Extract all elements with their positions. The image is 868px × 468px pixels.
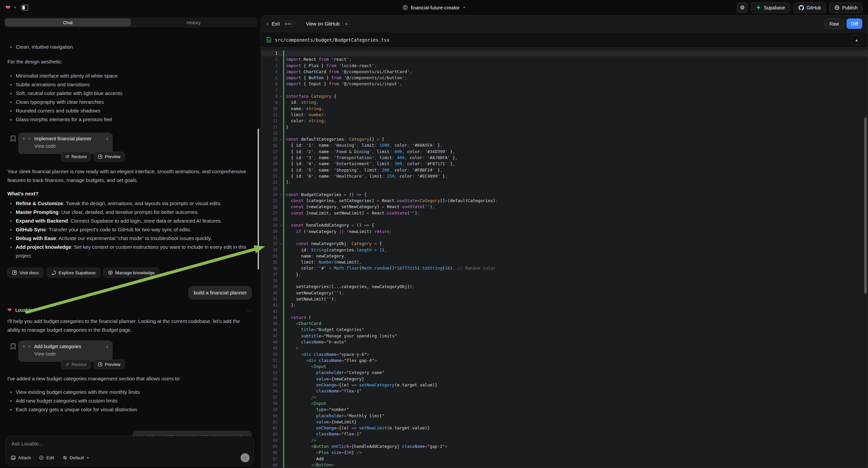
code-line: 46 title="Budget Categories" [261,327,868,333]
whats-next-heading: What's next? [7,191,252,196]
line-number: 67 [261,457,279,461]
file-path-bar[interactable]: src/components/budget/BudgetCategories.t… [261,32,868,48]
tab-history[interactable]: History [131,19,257,27]
code-line: 22]; [261,179,868,185]
list-item: View existing budget categories with the… [7,388,252,397]
restore-button[interactable]: ↺Restore [61,152,91,162]
diff-toggle-button[interactable]: Diff [846,19,862,29]
line-number: 27 [261,211,279,215]
code-line: 43 [261,308,868,314]
visit-docs-button[interactable]: Visit docs [7,268,43,277]
manage-knowledge-button[interactable]: Manage knowledge [103,268,159,277]
code-line: 64 /> [261,437,868,443]
tab-chat[interactable]: Chat [5,19,131,27]
chat-scrollbar-thumb[interactable] [258,128,259,270]
settings-button[interactable]: ⚙ [737,2,748,13]
project-selector[interactable]: financial-future-creator ▼ [402,0,466,15]
publish-button[interactable]: Publish [829,2,863,13]
code-line: 48 className="h-auto" [261,339,868,345]
collapse-file-button[interactable]: ▲ [851,35,862,45]
line-number: 17 [261,149,279,154]
line-number: 53 [261,371,279,375]
view-code-link[interactable]: View code [34,351,108,356]
line-number: 20 [261,168,279,173]
line-number: 12 [261,118,279,123]
line-number: 36 [261,266,279,271]
bullet-icon [10,101,12,103]
code-editor[interactable]: 12import React from 'react';3import { Pl… [261,48,868,468]
code-line: 17 { id: '2', name: 'Food & Dining', lim… [261,149,868,155]
version-card-wrap: < > Implement financial planner › View c… [7,133,252,154]
view-on-github-button[interactable]: View on GitHub [306,21,340,27]
line-number: 13 [261,125,279,129]
view-code-link[interactable]: View code [34,143,108,149]
bookmark-icon[interactable] [10,135,16,142]
chat-input[interactable] [11,441,248,452]
edit-mode-button[interactable]: Edit [39,455,54,460]
bullet-icon [10,84,12,86]
line-number: 22 [261,180,279,185]
line-number: 23 [261,186,279,191]
bookmark-icon[interactable] [10,343,16,350]
list-item: Rounded corners and subtle shadows [7,107,252,115]
line-number: 4 [261,69,279,74]
sidebar-toggle-button[interactable] [20,2,30,13]
code-line: 45 <ChartCard [261,321,868,327]
line-number: 59 [261,407,279,412]
code-line: 14 [261,130,868,136]
line-number: 63 [261,432,279,437]
code-line: 57 /> [261,394,868,401]
send-button[interactable]: ↑ [241,453,250,462]
fold-toggle-icon[interactable]: ∨ [279,242,283,245]
supabase-button[interactable]: Supabase [751,2,790,13]
list-item: Add new budget categories with custom li… [7,397,252,405]
line-number: 49 [261,346,279,351]
fold-toggle-icon[interactable]: ∨ [279,138,283,141]
code-icon: < > [23,344,31,349]
attach-button[interactable]: Attach [11,455,31,460]
fold-toggle-icon[interactable]: ∨ [279,224,283,227]
raw-toggle-button[interactable]: Raw [825,19,844,29]
list-item: Add project knowledge: Set key context o… [7,243,252,260]
github-icon [799,5,804,10]
added-bullet-list: View existing budget categories with the… [7,388,252,414]
code-line: 59 type="number" [261,407,868,413]
fold-toggle-icon[interactable]: ∨ [279,95,283,98]
explore-supabase-button[interactable]: Explore Supabase [46,268,100,277]
version-card-add-budget-categories[interactable]: < > Add budget categories › View code [18,341,113,362]
action-buttons-row: Visit docs Explore Supabase Manage knowl… [7,268,252,277]
logo-chevron-down-icon[interactable]: ▼ [13,6,17,9]
chevron-right-icon: › [106,136,108,141]
code-line: 56 className="flex-1" [261,388,868,394]
line-number: 68 [261,463,279,467]
preview-button[interactable]: Preview [94,359,124,369]
restore-button[interactable]: ↺Restore [61,359,91,369]
code-line: 35 limit: Number(newLimit), [261,259,868,265]
chevron-right-icon: › [106,344,108,349]
chat-panel: Chat History Clean, intuitive navigation… [0,15,261,468]
fold-toggle-icon[interactable]: ∨ [279,193,283,196]
bullet-icon [10,220,12,222]
exit-button[interactable]: Exit [272,21,280,27]
code-scrollbar-thumb[interactable] [864,117,867,293]
github-button[interactable]: GitHub [794,2,827,13]
model-selector[interactable]: Default ▼ [62,455,90,460]
list-item: Glass-morphic elements for a premium fee… [7,115,252,124]
user-message-bubble: build a financial planner [188,286,252,299]
code-line: 11 limit: number; [261,112,868,118]
code-line: 26 const [newCategory, setNewCategory] =… [261,204,868,210]
line-number: 29 [261,223,279,228]
lovable-logo-icon[interactable]: ❤ [5,4,11,11]
code-line: 49 > [261,345,868,351]
version-card-implement-financial-planner[interactable]: < > Implement financial planner › View c… [18,133,113,154]
code-line: 5import { Button } from '@/components/ui… [261,75,868,81]
code-line: 41 setNewLimit(''); [261,296,868,302]
preview-button[interactable]: Preview [94,152,124,162]
chat-scrollback[interactable]: Clean, intuitive navigation For the desi… [0,42,258,436]
code-line: 7 [261,87,868,93]
code-line: 47 subtitle="Manage your spending limits… [261,333,868,339]
code-panel: ‹ Exit ESC View on GitHub G Raw Diff src… [261,15,868,468]
message-menu-button[interactable]: ··· [247,308,252,313]
line-number: 42 [261,303,279,308]
line-number: 37 [261,272,279,277]
